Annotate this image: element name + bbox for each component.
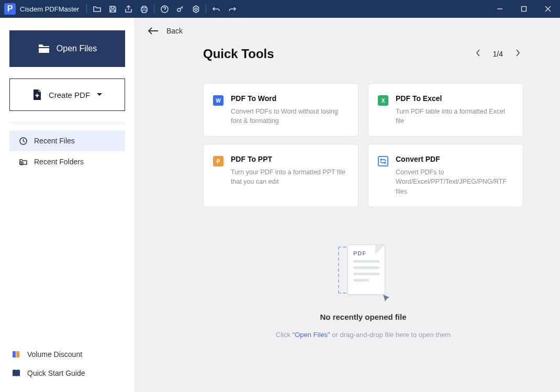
separator — [206, 4, 206, 14]
sidebar: Open Files Create PDF Recent Files Recen… — [0, 18, 135, 392]
minimize-button[interactable] — [488, 0, 512, 18]
svg-point-3 — [195, 8, 197, 10]
volume-discount-link[interactable]: Volume Discount — [9, 345, 125, 364]
cursor-icon — [382, 294, 391, 303]
separator — [86, 4, 87, 14]
separator — [154, 4, 154, 14]
word-icon: W — [213, 95, 223, 106]
discount-icon — [12, 350, 21, 359]
card-title: Convert PDF — [396, 155, 513, 163]
excel-icon: X — [378, 95, 388, 106]
card-desc: Turn PDF table into a formatted Excel fi… — [396, 107, 513, 126]
bottom-link-label: Volume Discount — [27, 350, 82, 359]
sidebar-item-recent-files[interactable]: Recent Files — [9, 130, 125, 151]
maximize-button[interactable] — [512, 0, 536, 18]
open-files-label: Open Files — [57, 44, 97, 53]
pager-display: 1/4 — [493, 50, 503, 58]
card-title: PDF To PPT — [231, 155, 349, 163]
card-desc: Convert PDFs to Word without losing font… — [231, 107, 349, 126]
card-convert-pdf[interactable]: Convert PDF Convert PDFs to Word/Excel/P… — [368, 144, 523, 207]
create-pdf-label: Create PDF — [49, 91, 90, 99]
empty-title: No recently opened file — [320, 312, 406, 321]
chevron-down-icon — [96, 93, 103, 97]
card-pdf-to-word[interactable]: W PDF To Word Convert PDFs to Word witho… — [203, 83, 359, 137]
clock-icon — [19, 137, 28, 145]
folder-icon — [38, 43, 50, 54]
book-icon — [12, 368, 21, 378]
help-icon[interactable] — [156, 0, 172, 18]
app-logo-letter: P — [7, 4, 13, 14]
pdf-label: PDF — [353, 250, 379, 256]
bottom-link-label: Quick Start Guide — [27, 369, 85, 377]
open-files-button[interactable]: Open Files — [9, 30, 125, 67]
quick-start-guide-link[interactable]: Quick Start Guide — [9, 364, 125, 383]
open-icon[interactable] — [89, 0, 105, 18]
save-icon[interactable] — [105, 0, 120, 18]
create-pdf-icon — [32, 89, 42, 100]
svg-rect-9 — [16, 351, 19, 357]
divider — [9, 122, 125, 123]
card-title: PDF To Excel — [396, 94, 513, 103]
titlebar: P Cisdem PDFMaster — [0, 0, 560, 18]
back-button[interactable]: Back — [135, 18, 560, 44]
print-icon[interactable] — [136, 0, 152, 18]
empty-state: PDF No recently opened file Click "Open … — [203, 207, 523, 392]
pager-prev[interactable] — [473, 46, 484, 61]
create-pdf-button[interactable]: Create PDF — [9, 79, 125, 111]
sidebar-item-recent-folders[interactable]: Recent Folders — [9, 151, 125, 172]
svg-rect-5 — [39, 47, 49, 48]
close-button[interactable] — [536, 0, 560, 18]
ppt-icon: P — [213, 156, 223, 166]
back-label: Back — [166, 27, 183, 35]
app-logo: P — [4, 3, 16, 15]
empty-subtitle: Click "Open Files" or drag-and-drop file… — [276, 331, 451, 339]
card-desc: Turn your PDF into a formatted PPT file … — [231, 167, 349, 186]
arrow-left-icon — [148, 27, 159, 35]
svg-rect-4 — [522, 7, 527, 12]
sidebar-item-label: Recent Files — [34, 137, 75, 145]
pager: 1/4 — [473, 46, 523, 61]
pager-next[interactable] — [512, 46, 523, 61]
card-desc: Convert PDFs to Word/Excel/PPT/Text/JPEG… — [396, 167, 513, 196]
page-title: Quick Tools — [203, 47, 274, 61]
app-title: Cisdem PDFMaster — [20, 5, 79, 13]
card-pdf-to-excel[interactable]: X PDF To Excel Turn PDF table into a for… — [368, 83, 523, 137]
svg-marker-2 — [193, 6, 198, 13]
redo-icon[interactable] — [224, 0, 240, 18]
main-content: Back Quick Tools 1/4 W PDF To Word Conve… — [135, 18, 560, 392]
share-icon[interactable] — [120, 0, 136, 18]
empty-illustration: PDF — [338, 244, 388, 302]
folder-clock-icon — [19, 158, 28, 166]
svg-rect-8 — [13, 351, 16, 357]
convert-icon — [378, 156, 388, 166]
undo-icon[interactable] — [208, 0, 224, 18]
card-pdf-to-ppt[interactable]: P PDF To PPT Turn your PDF into a format… — [203, 144, 359, 207]
key-icon[interactable] — [172, 0, 188, 18]
open-files-link[interactable]: "Open Files" — [293, 331, 330, 339]
sidebar-item-label: Recent Folders — [34, 158, 84, 166]
card-title: PDF To Word — [231, 94, 349, 103]
settings-icon[interactable] — [188, 0, 204, 18]
